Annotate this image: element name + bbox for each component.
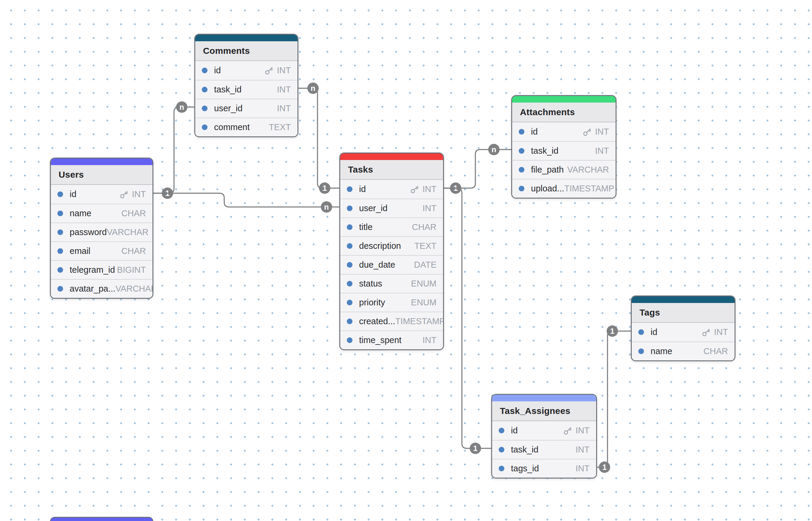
field-row-tasks-time_spent[interactable]: time_spentINT [340,331,443,349]
relationship-tags-id-to-task_assignees-tags_id[interactable]: 11 [595,325,631,473]
field-type-group: INT [119,189,146,199]
field-dot [499,447,504,453]
field-row-comments-task_id[interactable]: task_idINT [195,80,298,99]
field-row-tasks-title[interactable]: titleCHAR [340,218,443,236]
field-name: title [359,222,372,232]
relationship-line[interactable] [442,150,511,188]
table-header-tags[interactable]: Tags [632,303,735,323]
field-name: task_id [214,85,241,94]
relationship-line[interactable] [442,188,491,448]
field-name: password [70,227,107,237]
field-row-task_assignees-task_id[interactable]: task_idINT [492,440,596,459]
field-type: TIMESTAMP [395,316,444,326]
field-type-group: ENUM [411,298,437,308]
table-task_assignees[interactable]: Task_AssigneesidINTtask_idINTtags_idINT [491,394,597,478]
table-comments[interactable]: CommentsidINTtask_idINTuser_idINTcomment… [194,34,298,137]
field-row-users-email[interactable]: emailCHAR [51,241,153,260]
field-dot [499,466,504,471]
key-icon [582,127,592,137]
field-row-tasks-due_date[interactable]: due_dateDATE [340,255,443,274]
field-row-tasks-id[interactable]: idINT [340,180,443,199]
cardinality-label: n [179,103,184,112]
relationship-tasks-id-to-task_assignees-task_id[interactable]: 1 [442,188,491,454]
table-accent-bar [512,96,616,103]
table-header-tasks[interactable]: Tasks [340,160,443,180]
table-header-attachments[interactable]: Attachments [512,103,616,122]
field-row-tags-id[interactable]: idINT [632,323,735,342]
table-tags[interactable]: TagsidINTnameCHAR [631,295,736,361]
field-type-group: INT [264,66,291,75]
field-row-users-id[interactable]: idINT [51,185,153,204]
field-type-group: INT [576,445,589,455]
field-row-tasks-priority[interactable]: priorityENUM [340,293,443,312]
field-row-attachments-file_path[interactable]: file_pathVARCHAR [512,160,616,179]
field-row-users-name[interactable]: nameCHAR [51,204,153,223]
field-row-comments-comment[interactable]: commentTEXT [195,117,298,136]
field-dot [202,106,208,111]
field-row-comments-user_id[interactable]: user_idINT [195,99,298,117]
field-type-group: TIMESTAMP [395,316,444,326]
key-icon [701,327,711,337]
table-tasks[interactable]: TasksidINTuser_idINTtitleCHARdescription… [339,153,444,350]
cardinality-label: n [324,202,329,211]
field-row-attachments-upload[interactable]: upload...TIMESTAMP [512,179,616,198]
field-type-group: INT [410,184,437,194]
field-row-tasks-status[interactable]: statusENUM [340,274,443,293]
partial-table-cut-off[interactable] [50,517,154,521]
cardinality-label: 1 [610,326,614,336]
field-row-users-telegram_id[interactable]: telegram_idBIGINT [51,260,153,279]
table-title: Tags [640,308,660,318]
table-users[interactable]: UsersidINTnameCHARpasswordVARCHARemailCH… [50,158,154,299]
field-dot [57,267,63,273]
table-title: Tasks [348,164,373,175]
table-header-task_assignees[interactable]: Task_Assignees [492,401,596,421]
field-row-users-avatar_pa[interactable]: avatar_pa...VARCHAR [51,279,153,298]
relationship-users-id-to-comments-user_id[interactable]: 1n [152,101,194,199]
field-dot [347,224,352,230]
relationship-tasks-id-to-attachments-task_id[interactable]: 1n [442,144,511,194]
field-name: upload... [531,184,564,194]
field-type-group: INT [422,203,437,213]
field-dot [57,248,63,254]
field-type-group: TEXT [414,241,437,251]
field-row-tasks-description[interactable]: descriptionTEXT [340,236,443,255]
field-type: TIMESTAMP [564,184,614,194]
field-type-group: INT [277,85,291,94]
field-row-attachments-task_id[interactable]: task_idINT [512,141,616,160]
field-type-group: INT [582,127,609,137]
field-row-comments-id[interactable]: idINT [195,61,298,80]
relationship-line[interactable] [595,331,631,467]
field-row-users-password[interactable]: passwordVARCHAR [51,223,153,241]
relationship-tasks-id-to-comments-task_id[interactable]: n1 [297,83,339,194]
field-dot [347,205,352,211]
field-row-attachments-id[interactable]: idINT [512,122,616,141]
table-accent-bar [632,296,735,303]
field-row-task_assignees-tags_id[interactable]: tags_idINT [492,459,596,478]
field-type: INT [132,189,146,199]
relationship-line[interactable] [152,107,194,193]
relationship-line[interactable] [297,88,339,188]
field-type: INT [422,203,437,213]
field-dot [499,428,504,433]
field-row-tasks-created[interactable]: created...TIMESTAMP [340,312,443,331]
field-row-task_assignees-id[interactable]: idINT [492,421,596,440]
relationship-users-id-to-tasks-user_id[interactable]: n [152,193,339,213]
field-type-group: CHAR [412,222,437,232]
field-type: CHAR [412,222,437,232]
diagram-canvas[interactable]: 1nnn11n111CommentsidINTtask_idINTuser_id… [0,0,812,521]
table-header-users[interactable]: Users [51,165,153,185]
table-accent-bar [492,395,596,401]
field-row-tags-name[interactable]: nameCHAR [632,342,735,360]
field-type-group: VARCHAR [107,227,148,237]
table-attachments[interactable]: AttachmentsidINTtask_idINTfile_pathVARCH… [511,95,617,199]
field-name: id [651,327,657,337]
table-header-comments[interactable]: Comments [195,41,298,61]
field-dot [519,129,525,135]
field-type: ENUM [411,298,437,308]
field-type: INT [576,463,589,473]
cardinality-label: 1 [473,444,478,453]
field-row-tasks-user_id[interactable]: user_idINT [340,199,443,218]
relationship-line[interactable] [152,193,339,207]
field-type-group: CHAR [121,246,146,256]
table-title: Task_Assignees [500,406,571,416]
